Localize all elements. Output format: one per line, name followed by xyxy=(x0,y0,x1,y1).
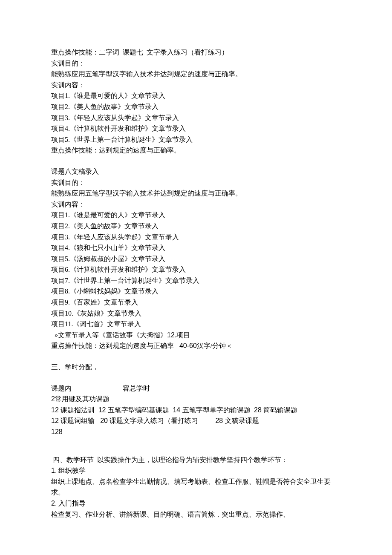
text-fragment: 常用键及其功课题 xyxy=(55,395,110,403)
item-number: 项目1. xyxy=(51,92,70,99)
item-number: 项目4. xyxy=(51,125,70,132)
item-text: 《美人鱼的故事》文章节录入 xyxy=(70,103,159,110)
number-text: 28 xyxy=(198,417,225,424)
text-fragment: 课题内 xyxy=(51,385,72,392)
list-item: 项目10.《灰姑娘》文章节录入 xyxy=(51,308,341,319)
list-item: 项目7.《计世界上第一台计算机诞生》文章节录入 xyxy=(51,275,341,286)
item-text: 《美人鱼的故事》文章节录入 xyxy=(70,222,159,230)
text-fragment: 简码输课题 xyxy=(263,406,297,414)
spacer xyxy=(51,351,341,362)
number-text: 12 xyxy=(96,406,108,414)
item-text: 《谁是最可爱的人》文章节录入 xyxy=(70,92,165,99)
text-line: 2. 入门指导 xyxy=(51,498,341,509)
item-number: 项目4. xyxy=(51,244,70,251)
list-item: 项目2.《美人鱼的故事》文章节录入 xyxy=(51,221,341,232)
number-text: 12 xyxy=(51,417,61,424)
section-heading: 四、教学环节 以实践操作为主，以理论指导为辅安排教学坚持四个教学环节： xyxy=(51,454,341,466)
text-line: 重点操作技能：达到规定的速度与正确率 40-60汉字/分钟＜ xyxy=(51,340,341,351)
text-fragment: 五笔字型编码基课题 xyxy=(108,406,171,414)
text-line: 课题八文稿录入 xyxy=(51,166,341,177)
item-number: 项目1. xyxy=(51,211,70,219)
item-number: 项目5. xyxy=(51,255,70,262)
text-line: 实训内容： xyxy=(51,80,341,91)
text-line: 能熟练应用五笔字型汉字输入技术并达到规定的速度与正确率。 xyxy=(51,188,341,199)
text-line: »文章节录入等《童话故事《大拇指》12.项目 xyxy=(51,330,341,341)
text-line: 2常用键及其功课题 xyxy=(51,394,341,405)
list-item: 项目6.《计算机软件开发和维护》文章节录入 xyxy=(51,264,341,275)
item-text: 《狼和七只小山羊》文章节录入 xyxy=(70,244,165,251)
text-line: 能熟练应用五笔字型汉字输入技术并达到规定的速度与正确率。 xyxy=(51,69,341,80)
item-number: 项目7. xyxy=(51,277,70,284)
number-text: 2 xyxy=(51,395,55,403)
text-line: 12 课题指法训 12 五笔字型编码基课题 14 五笔字型单字的输课题 28 简… xyxy=(51,405,341,416)
text-fragment: »文章节录入等《童话故事《大拇指》 xyxy=(51,331,167,339)
text-fragment: 五笔字型单字的输课题 xyxy=(182,406,252,414)
list-item: 项目5.《汤姆叔叔的小屋》文章节录入 xyxy=(51,253,341,265)
text-fragment: 入门指导 xyxy=(57,500,86,507)
text-line: 重点操作技能：二字词 课题七 文字录入练习（看打练习） xyxy=(51,47,341,58)
text-line: 课题内容总学时 xyxy=(51,383,341,394)
text-fragment: 汉字/分钟＜ xyxy=(197,342,233,349)
item-text: 《灰姑娘》文章节录入 xyxy=(73,310,141,317)
text-fragment: 项目 xyxy=(176,331,190,339)
item-text: 《汤姆叔叔的小屋》文章节录入 xyxy=(70,255,165,262)
text-line: 实训目的： xyxy=(51,177,341,188)
list-item: 项目3.《年轻人应该从头学起》文章节录入 xyxy=(51,112,341,124)
text-fragment: 容总学时 xyxy=(123,385,150,392)
item-text: 《年轻人应该从头学起》文章节录入 xyxy=(70,233,179,241)
number-text: 12 xyxy=(51,406,61,414)
item-text: 《小蝌蚪找妈妈》文章节录入 xyxy=(70,288,159,295)
number-text: 1. xyxy=(51,467,57,474)
list-item: 项目4.《计算机软件开发和维护》文章节录入 xyxy=(51,123,341,134)
item-text: 《词七首》文章节录入 xyxy=(73,320,141,328)
item-text: 《计世界上第一台计算机诞生》文章节录入 xyxy=(70,277,199,284)
item-number: 项目8. xyxy=(51,288,70,295)
item-text: 《谁是最可爱的人》文章节录入 xyxy=(70,211,165,219)
number-text: 2. xyxy=(51,500,57,507)
item-text: 《年轻人应该从头学起》文章节录入 xyxy=(70,114,179,121)
item-text: 《世界上第一台计算机诞生》文章节录入 xyxy=(70,136,193,143)
text-line: 实训内容： xyxy=(51,199,341,210)
text-fragment: 课题指法训 xyxy=(61,406,96,414)
item-number: 项目11. xyxy=(51,320,73,328)
item-number: 项目10. xyxy=(51,310,73,317)
spacer xyxy=(51,437,341,454)
number-text: 14 xyxy=(171,406,182,414)
item-number: 项目6. xyxy=(51,266,70,273)
number-text: 12. xyxy=(167,331,176,339)
list-item: 项目2.《美人鱼的故事》文章节录入 xyxy=(51,101,341,112)
list-item: 项目9.《百家姓》文章节录入 xyxy=(51,297,341,308)
item-text: 《百家姓》文章节录入 xyxy=(70,299,138,306)
item-number: 项目3. xyxy=(51,114,70,121)
list-item: 项目11.《词七首》文章节录入 xyxy=(51,319,341,330)
list-item: 项目5.《世界上第一台计算机诞生》文章节录入 xyxy=(51,134,341,145)
number-text: 128 xyxy=(51,426,341,437)
section-heading: 三、学时分配， xyxy=(51,362,341,373)
list-item: 项目3.《年轻人应该从头学起》文章节录入 xyxy=(51,232,341,243)
text-fragment: 重点操作技能：达到规定的速度与正确率 xyxy=(51,342,176,349)
document-page: 重点操作技能：二字词 课题七 文字录入练习（看打练习） 实训目的： 能熟练应用五… xyxy=(0,0,392,555)
text-line: 重点操作技能：达到规定的速度与正确率。 xyxy=(51,145,341,156)
number-text: 20 xyxy=(96,417,110,424)
list-item: 项目8.《小蝌蚪找妈妈》文章节录入 xyxy=(51,286,341,297)
text-fragment: 组织教学 xyxy=(57,467,86,474)
spacer xyxy=(51,156,341,166)
item-number: 项目3. xyxy=(51,233,70,241)
item-text: 《计算机软件开发和维护》文章节录入 xyxy=(70,266,186,273)
text-line: 检查复习、作业分析、讲解新课、目的明确、语言简炼，突出重点、示范操作、 xyxy=(51,509,341,520)
item-number: 项目2. xyxy=(51,103,70,110)
text-line: 12 课题词组输 20 课题文字录入练习（看打练习 28 文稿录课题 xyxy=(51,415,341,426)
text-line: 实训目的： xyxy=(51,58,341,69)
number-text: 28 xyxy=(252,406,264,414)
list-item: 项目1.《谁是最可爱的人》文章节录入 xyxy=(51,90,341,101)
number-text: 40-60 xyxy=(176,342,197,349)
text-fragment: 文稿录课题 xyxy=(225,417,259,424)
item-number: 项目2. xyxy=(51,222,70,230)
spacer xyxy=(51,373,341,383)
item-number: 项目5. xyxy=(51,136,70,143)
item-number: 项目9. xyxy=(51,299,70,306)
item-text: 《计算机软件开发和维护》文章节录入 xyxy=(70,125,186,132)
text-fragment: 课题文字录入练习（看打练习 xyxy=(110,417,198,424)
text-fragment: 课题词组输 xyxy=(61,417,96,424)
text-line: 1. 组织教学 xyxy=(51,465,341,476)
